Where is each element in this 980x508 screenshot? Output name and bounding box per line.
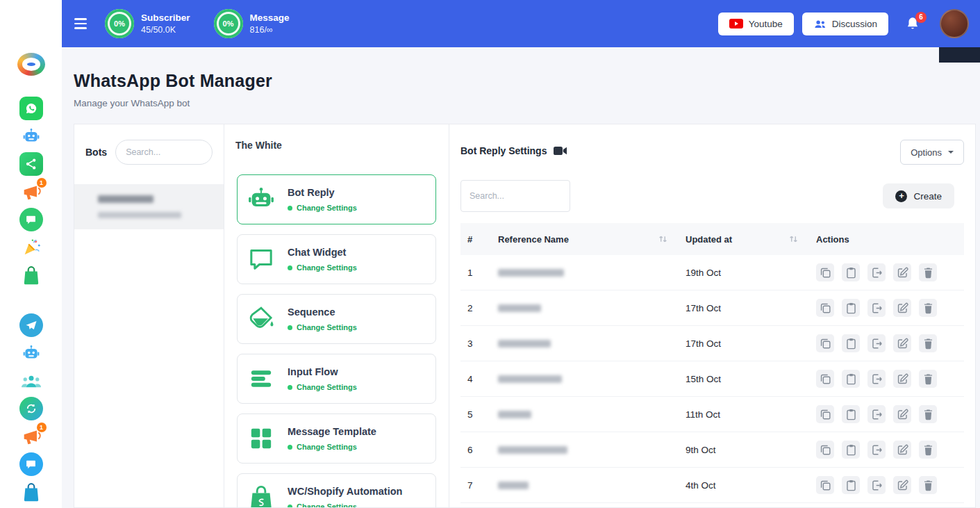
chat-green-icon[interactable]: [19, 208, 43, 231]
edit-icon[interactable]: [893, 405, 911, 423]
duplicate-icon[interactable]: [816, 441, 834, 459]
updated-at: 4th Oct: [679, 480, 809, 491]
updated-at: 17th Oct: [679, 303, 809, 313]
trash-icon[interactable]: [919, 405, 937, 423]
copy-icon[interactable]: [842, 263, 860, 281]
telegram-bot-icon[interactable]: [19, 341, 43, 365]
message-label: Message: [250, 13, 290, 23]
duplicate-icon[interactable]: [816, 370, 834, 388]
change-settings-link[interactable]: Change Settings: [288, 443, 376, 451]
module-card[interactable]: Message TemplateChange Settings: [237, 413, 436, 464]
edit-icon[interactable]: [893, 441, 911, 459]
copy-icon[interactable]: [842, 370, 860, 388]
duplicate-icon[interactable]: [816, 299, 834, 317]
bot-list-item[interactable]: [74, 184, 224, 229]
duplicate-icon[interactable]: [816, 334, 834, 352]
export-icon[interactable]: [867, 299, 886, 317]
copy-icon[interactable]: [842, 299, 860, 317]
app-logo-icon[interactable]: [17, 53, 45, 76]
announcement-2-count-badge: 1: [37, 423, 47, 432]
bots-panel: Bots: [74, 124, 224, 507]
table-body: 119th Oct217th Oct317th Oct415th Oct511t…: [460, 255, 964, 507]
copy-icon[interactable]: [842, 441, 860, 459]
discussion-button[interactable]: Discussion: [802, 13, 888, 35]
whatsapp-flow-icon[interactable]: [19, 152, 43, 176]
updated-at: 11th Oct: [679, 409, 809, 420]
trash-icon[interactable]: [919, 299, 937, 317]
youtube-button[interactable]: Youtube: [718, 13, 794, 35]
shop-bag-blue-icon[interactable]: [19, 480, 43, 504]
row-number: 4: [460, 374, 491, 384]
create-button[interactable]: + Create: [883, 183, 954, 208]
module-card[interactable]: SequenceChange Settings: [237, 294, 436, 344]
shop-bag-green-icon[interactable]: [19, 263, 43, 287]
plus-icon: +: [895, 190, 907, 202]
sort-reference-name-icon[interactable]: [658, 235, 667, 243]
trash-icon[interactable]: [919, 334, 937, 352]
celebration-icon[interactable]: [19, 236, 43, 259]
table-row: 511th Oct: [460, 397, 964, 432]
trash-icon[interactable]: [919, 441, 937, 459]
export-icon[interactable]: [867, 334, 886, 352]
announcement-2-icon[interactable]: 1: [19, 425, 43, 448]
table-header-row: # Reference Name Updated at Actions: [460, 223, 964, 255]
avatar-menu-strip: [939, 47, 980, 63]
bag-icon: [247, 484, 275, 507]
team-icon[interactable]: [19, 369, 43, 393]
edit-icon[interactable]: [893, 263, 911, 281]
lines-icon: [247, 365, 275, 393]
menu-toggle-icon[interactable]: [74, 18, 87, 28]
duplicate-icon[interactable]: [816, 263, 834, 281]
messenger-bot-icon[interactable]: [19, 124, 43, 148]
options-button[interactable]: Options: [900, 140, 964, 165]
export-icon[interactable]: [867, 263, 886, 281]
user-avatar[interactable]: [940, 9, 969, 38]
module-title: Input Flow: [288, 366, 357, 377]
copy-icon[interactable]: [842, 405, 860, 423]
edit-icon[interactable]: [893, 334, 911, 352]
export-icon[interactable]: [867, 441, 886, 459]
trash-icon[interactable]: [919, 263, 937, 281]
modules-panel: The White Bot ReplyChange SettingsChat W…: [224, 124, 449, 507]
subscriber-stat: 0% Subscriber 45/50.0K: [105, 9, 190, 38]
duplicate-icon[interactable]: [816, 405, 834, 423]
export-icon[interactable]: [867, 370, 886, 388]
change-settings-link[interactable]: Change Settings: [288, 263, 357, 272]
chat-blue-icon[interactable]: [19, 452, 43, 476]
announcement-icon[interactable]: 1: [19, 180, 43, 204]
message-stat: 0% Message 816/∞: [214, 9, 290, 38]
module-card[interactable]: Chat WidgetChange Settings: [237, 234, 436, 284]
table-row: 317th Oct: [460, 326, 964, 361]
edit-icon[interactable]: [893, 299, 911, 317]
change-settings-link[interactable]: Change Settings: [288, 502, 402, 507]
copy-icon[interactable]: [842, 334, 860, 352]
export-icon[interactable]: [867, 405, 886, 423]
reference-name-redacted: [498, 340, 551, 347]
module-card[interactable]: WC/Shopify AutomationChange Settings: [237, 473, 436, 507]
column-reference-name[interactable]: Reference Name: [498, 234, 569, 245]
edit-icon[interactable]: [893, 476, 911, 494]
row-actions: [809, 263, 964, 281]
video-tutorial-icon[interactable]: [554, 146, 567, 156]
telegram-icon[interactable]: [19, 313, 43, 337]
whatsapp-icon[interactable]: [19, 97, 43, 120]
table-search-input[interactable]: [460, 180, 570, 212]
copy-icon[interactable]: [842, 476, 860, 494]
reference-name-redacted: [498, 375, 562, 383]
trash-icon[interactable]: [919, 476, 937, 494]
change-settings-link[interactable]: Change Settings: [288, 204, 357, 212]
whatsapp-sync-icon[interactable]: [19, 397, 43, 420]
edit-icon[interactable]: [893, 370, 911, 388]
change-settings-link[interactable]: Change Settings: [288, 383, 357, 391]
sort-updated-at-icon[interactable]: [789, 235, 798, 243]
notifications-bell-icon[interactable]: 6: [905, 16, 920, 32]
duplicate-icon[interactable]: [816, 476, 834, 494]
export-icon[interactable]: [867, 476, 886, 494]
module-card[interactable]: Input FlowChange Settings: [237, 354, 436, 404]
column-updated-at[interactable]: Updated at: [686, 234, 732, 245]
change-settings-link[interactable]: Change Settings: [288, 323, 357, 331]
status-dot: [288, 385, 292, 390]
bots-search-input[interactable]: [115, 140, 213, 165]
trash-icon[interactable]: [919, 370, 937, 388]
module-card[interactable]: Bot ReplyChange Settings: [237, 174, 436, 224]
